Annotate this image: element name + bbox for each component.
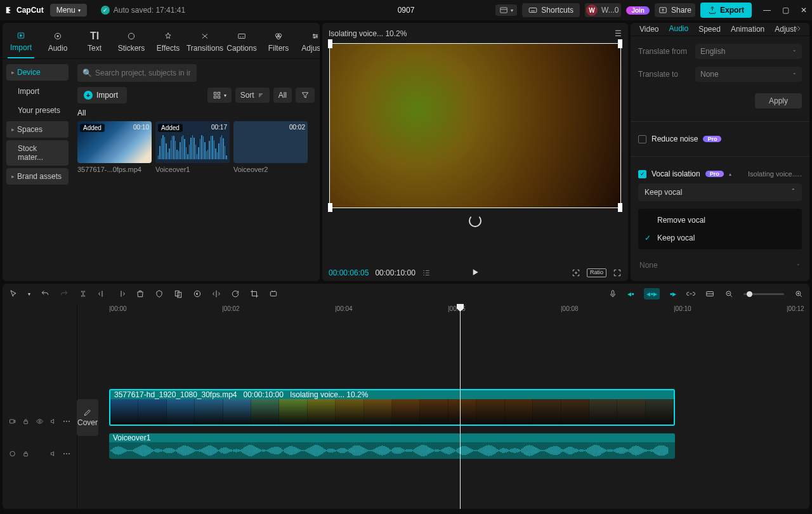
media-item[interactable]: 00:02 Voiceover2 bbox=[233, 121, 308, 173]
export-button[interactable]: Export bbox=[700, 3, 752, 18]
delete-icon[interactable] bbox=[136, 289, 145, 298]
menu-button[interactable]: Menu▾ bbox=[50, 4, 87, 16]
snap-left[interactable]: ◂▪ bbox=[627, 289, 634, 298]
media-item[interactable]: Added00:17 Voiceover1 bbox=[155, 121, 230, 173]
reverse-icon[interactable] bbox=[193, 289, 202, 298]
ai-icon[interactable] bbox=[269, 289, 278, 298]
focus-icon[interactable] bbox=[572, 268, 580, 277]
filter-funnel[interactable] bbox=[296, 88, 315, 103]
lock-icon[interactable] bbox=[22, 417, 29, 426]
video-clip[interactable]: 3577617-hd_1920_1080_30fps.mp400:00:10:0… bbox=[109, 389, 675, 426]
zoom-slider[interactable] bbox=[743, 293, 784, 295]
playhead[interactable] bbox=[460, 304, 461, 509]
none-select[interactable]: None⌄ bbox=[638, 257, 802, 273]
maximize-button[interactable]: ▢ bbox=[782, 6, 789, 15]
workspace-switcher[interactable]: W W...0 bbox=[585, 3, 621, 17]
close-button[interactable]: ✕ bbox=[801, 6, 807, 15]
sidenav-stock[interactable]: Stock mater... bbox=[6, 140, 69, 166]
option-keep-vocal[interactable]: ✓Keep vocal bbox=[638, 229, 802, 247]
snap-center[interactable]: ◂▪▸ bbox=[644, 288, 659, 300]
view-grid[interactable]: ▾ bbox=[207, 88, 232, 103]
preview-canvas[interactable] bbox=[329, 43, 621, 208]
resize-handle[interactable] bbox=[618, 203, 622, 212]
minimize-button[interactable]: — bbox=[763, 6, 771, 15]
split-icon[interactable] bbox=[79, 289, 88, 298]
tab-adjustment[interactable]: Adjustm bbox=[302, 27, 320, 58]
tab-audio[interactable]: Audio bbox=[44, 27, 71, 58]
tab-speed[interactable]: Speed bbox=[697, 23, 722, 36]
cover-button[interactable]: Cover bbox=[77, 399, 98, 436]
eye-icon[interactable] bbox=[36, 417, 43, 426]
tracks-area[interactable]: |00:00 |00:02 |00:04 |00:06 |00:08 |00:1… bbox=[77, 304, 809, 509]
checkbox-checked[interactable]: ✓ bbox=[638, 170, 646, 178]
vocal-isolation-row[interactable]: ✓ Vocal isolation Pro ▴ Isolating voice.… bbox=[638, 169, 802, 178]
tab-filters[interactable]: Filters bbox=[265, 27, 292, 58]
undo-icon[interactable] bbox=[41, 289, 49, 298]
project-name[interactable]: 0907 bbox=[398, 6, 415, 15]
snap-right[interactable]: ▪▸ bbox=[670, 289, 676, 298]
clone-icon[interactable] bbox=[174, 289, 183, 298]
media-item[interactable]: Added00:10 3577617-...0fps.mp4 bbox=[77, 121, 152, 173]
sidenav-presets[interactable]: Your presets bbox=[6, 102, 69, 119]
zoom-out-icon[interactable] bbox=[724, 289, 733, 298]
list-icon[interactable] bbox=[422, 268, 431, 277]
tab-animation[interactable]: Animation bbox=[730, 23, 766, 36]
audio-clip[interactable]: Voiceover1 bbox=[109, 433, 675, 459]
filter-all[interactable]: All bbox=[273, 88, 292, 103]
share-button[interactable]: Share bbox=[655, 3, 695, 17]
checkbox-unchecked[interactable] bbox=[638, 135, 646, 143]
sidenav-brand[interactable]: ▸Brand assets bbox=[6, 168, 69, 185]
preview-toggle-icon[interactable] bbox=[705, 289, 714, 298]
tab-audio[interactable]: Audio bbox=[667, 23, 690, 36]
tab-captions[interactable]: Captions bbox=[228, 27, 255, 58]
reduce-noise-row[interactable]: Reduce noise Pro bbox=[638, 135, 802, 143]
time-ruler[interactable]: |00:00 |00:02 |00:04 |00:06 |00:08 |00:1… bbox=[77, 304, 809, 317]
translate-from-select[interactable]: English⌄ bbox=[695, 44, 802, 59]
lock-icon[interactable] bbox=[22, 449, 29, 458]
sidenav-spaces[interactable]: ▸Spaces bbox=[6, 121, 69, 138]
loading-spinner-icon bbox=[469, 214, 481, 227]
resize-handle[interactable] bbox=[328, 39, 332, 48]
marker-icon[interactable] bbox=[155, 289, 164, 298]
sidenav-import[interactable]: Import bbox=[6, 83, 69, 100]
tab-text[interactable]: TIText bbox=[81, 27, 108, 58]
split-left-icon[interactable] bbox=[98, 289, 107, 298]
tab-effects[interactable]: Effects bbox=[155, 27, 181, 58]
layout-toggle[interactable]: ▾ bbox=[495, 4, 517, 16]
sort-button[interactable]: Sort bbox=[235, 88, 270, 103]
play-button[interactable] bbox=[470, 267, 480, 279]
ratio-button[interactable]: Ratio bbox=[587, 268, 606, 277]
mic-icon[interactable] bbox=[608, 289, 617, 298]
redo-icon[interactable] bbox=[60, 289, 69, 298]
preview-menu[interactable]: ☰ bbox=[615, 29, 622, 38]
shortcuts-button[interactable]: Shortcuts bbox=[522, 3, 580, 17]
crop-icon[interactable] bbox=[250, 289, 259, 298]
join-badge[interactable]: Join bbox=[626, 6, 650, 15]
media-search-input[interactable] bbox=[77, 64, 197, 82]
mute-icon[interactable] bbox=[49, 417, 56, 426]
apply-button[interactable]: Apply bbox=[755, 93, 802, 109]
resize-handle[interactable] bbox=[328, 203, 332, 212]
tab-import[interactable]: Import bbox=[8, 27, 34, 58]
tab-stickers[interactable]: Stickers bbox=[118, 27, 145, 58]
mirror-icon[interactable] bbox=[212, 289, 221, 298]
split-right-icon[interactable] bbox=[117, 289, 126, 298]
track-more[interactable]: ⋯ bbox=[63, 417, 70, 426]
zoom-in-icon[interactable] bbox=[794, 289, 803, 298]
translate-to-select[interactable]: None⌄ bbox=[695, 67, 802, 82]
clip-duration: 00:10 bbox=[133, 124, 149, 131]
link-icon[interactable] bbox=[686, 289, 695, 298]
resize-handle[interactable] bbox=[618, 39, 622, 48]
rotate-icon[interactable] bbox=[231, 289, 240, 298]
sidenav-device[interactable]: ▸Device bbox=[6, 64, 69, 81]
mute-icon[interactable] bbox=[49, 449, 56, 458]
tab-video[interactable]: Video bbox=[638, 23, 660, 36]
import-button[interactable]: +Import bbox=[77, 87, 127, 103]
fullscreen-icon[interactable] bbox=[613, 268, 622, 277]
vocal-mode-select[interactable]: Keep vocal⌃ bbox=[638, 183, 802, 201]
cursor-icon[interactable] bbox=[9, 289, 18, 298]
track-more[interactable]: ⋯ bbox=[63, 449, 70, 458]
tab-transitions[interactable]: Transitions bbox=[192, 27, 218, 58]
option-remove-vocal[interactable]: Remove vocal bbox=[638, 211, 802, 229]
inspector-expand[interactable] bbox=[793, 24, 802, 35]
